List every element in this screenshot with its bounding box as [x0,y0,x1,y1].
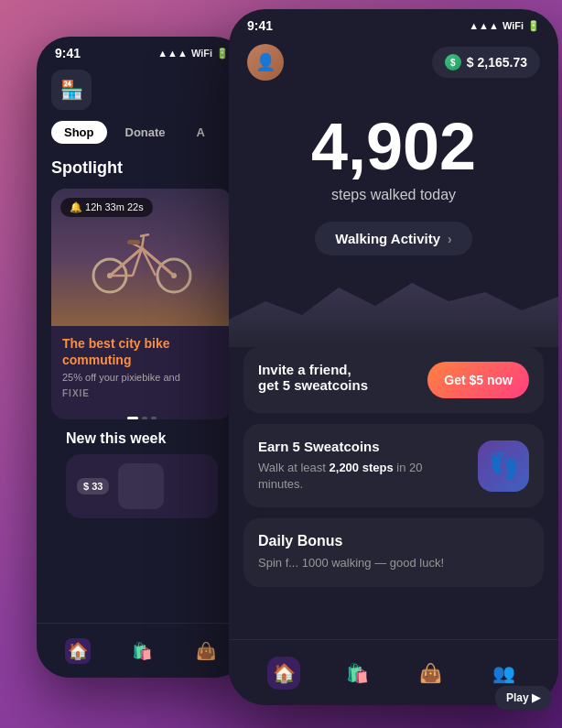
new-card-image [118,463,164,509]
balance-value: $ 2,165.73 [467,55,527,70]
invite-card-text: Invite a friend, get 5 sweatcoins [258,362,368,398]
app-icon: 🏪 [51,70,92,110]
chevron-right-icon: › [448,232,452,246]
earn-card: Earn 5 Sweatcoins Walk at least 2,200 st… [243,424,544,507]
steps-label: steps walked today [247,187,540,203]
svg-rect-12 [127,240,140,244]
front-status-icons: ▲▲▲ WiFi 🔋 [469,20,540,32]
nav-extra[interactable]: 👜 [193,638,219,664]
daily-description: Spin f... 1000 walking — good luck! [258,555,529,571]
get-now-button[interactable]: Get $5 now [427,362,529,398]
back-tabs: Shop Donate A [51,121,232,144]
phone-front: 9:41 ▲▲▲ WiFi 🔋 👤 $ $ 2,165.73 4,902 ste… [229,9,558,705]
spotlight-card: 🔔 12h 33m 22s [51,189,232,419]
back-bottom-nav: 🏠 🛍️ 👜 [37,623,247,678]
tab-more[interactable]: A [184,121,218,144]
new-this-week-title: New this week [51,419,232,454]
spotlight-title: Spotlight [51,158,232,178]
back-status-icons: ▲▲▲ WiFi 🔋 [157,48,229,60]
walking-activity-button[interactable]: Walking Activity › [315,222,471,255]
mountain-background [229,274,558,347]
avatar[interactable]: 👤 [247,44,284,81]
invite-card: Invite a friend, get 5 sweatcoins Get $5… [243,347,544,413]
front-nav-home[interactable]: 🏠 [267,657,300,690]
front-header: 👤 $ $ 2,165.73 [229,38,558,95]
tab-shop[interactable]: Shop [51,121,107,144]
card-content: The best city bike commuting 25% off you… [51,326,232,409]
earn-icon: 👣 [478,440,529,492]
earn-description: Walk at least 2,200 steps in 20 minutes. [258,460,467,493]
back-header: 🏪 Shop Donate A Spotlight 🔔 12h 33m 22s [37,66,247,527]
nav-home[interactable]: 🏠 [65,638,91,664]
svg-marker-13 [229,283,558,347]
nav-shop[interactable]: 🛍️ [129,638,155,664]
front-nav-shop[interactable]: 🛍️ [340,657,373,690]
walking-activity-label: Walking Activity [335,231,440,246]
steps-count: 4,902 [247,114,540,179]
card-dots [51,417,232,419]
front-nav-wallet[interactable]: 👜 [414,657,447,690]
sweat-coin-icon: $ [445,54,461,71]
cards-container: Invite a friend, get 5 sweatcoins Get $5… [229,347,558,587]
front-status-bar: 9:41 ▲▲▲ WiFi 🔋 [229,9,558,38]
tab-donate[interactable]: Donate [113,121,178,144]
phone-back: 9:41 ▲▲▲ WiFi 🔋 🏪 Shop Donate A Spotligh… [37,37,247,678]
card-timer: 🔔 12h 33m 22s [60,198,153,217]
bike-illustration [87,216,197,299]
balance-pill: $ $ 2,165.73 [432,47,540,78]
mountain-svg [229,274,558,347]
daily-bonus-card: Daily Bonus Spin f... 1000 walking — goo… [243,518,544,586]
earn-card-text: Earn 5 Sweatcoins Walk at least 2,200 st… [258,439,467,493]
daily-title: Daily Bonus [258,533,529,549]
front-time: 9:41 [247,18,273,33]
play-button[interactable]: Play ▶ [495,686,551,710]
new-card-price: $ 33 [77,478,109,494]
steps-section: 4,902 steps walked today Walking Activit… [229,95,558,283]
card-title: The best city bike commuting [62,335,222,368]
new-card: $ 33 [66,454,218,518]
svg-line-9 [142,236,144,248]
card-brand: FIXIE [62,388,222,398]
back-time: 9:41 [55,46,81,60]
invite-title: Invite a friend, get 5 sweatcoins [258,362,368,393]
front-nav-people[interactable]: 👥 [487,657,520,690]
earn-title: Earn 5 Sweatcoins [258,439,467,454]
back-status-bar: 9:41 ▲▲▲ WiFi 🔋 [37,37,247,66]
svg-line-10 [140,234,149,236]
card-subtitle: 25% off your pixiebike and [62,372,222,383]
